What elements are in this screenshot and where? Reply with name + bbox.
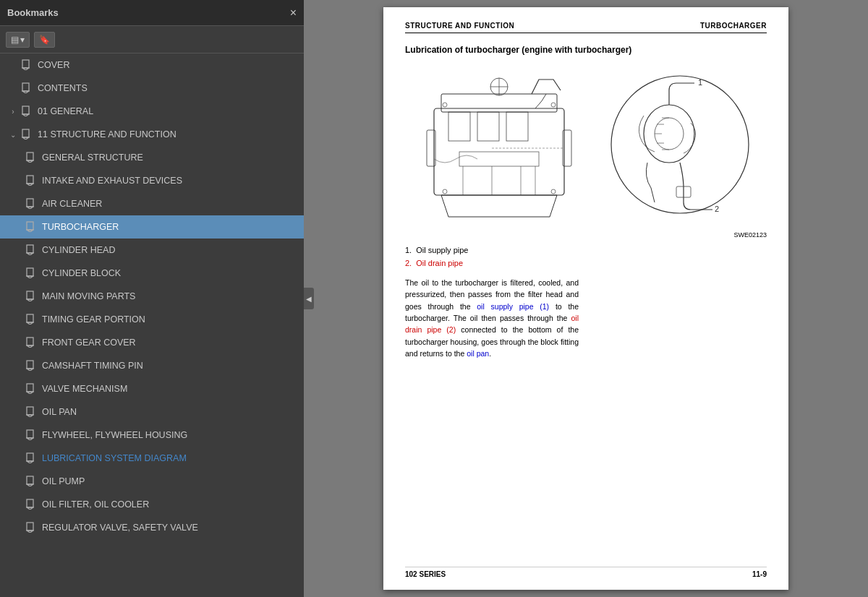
svg-marker-1 [22, 68, 29, 70]
bookmark-button[interactable]: 🔖 [34, 32, 55, 48]
bookmark-flag-oil-pan [26, 406, 36, 418]
document-page: STRUCTURE AND FUNCTION TURBOCHARGER Lubr… [383, 7, 788, 590]
bookmark-flag-turbocharger [26, 221, 36, 233]
svg-rect-8 [27, 153, 33, 160]
chevron-down-icon: ▾ [20, 35, 25, 45]
sidebar-item-camshaft[interactable]: CAMSHAFT TIMING PIN [0, 354, 304, 377]
bookmark-flag-air-cleaner [26, 198, 36, 210]
sidebar-item-general-structure[interactable]: GENERAL STRUCTURE [0, 146, 304, 169]
grid-icon: ▤ [11, 35, 19, 45]
svg-rect-0 [22, 60, 29, 68]
sidebar-item-valve-mechanism[interactable]: VALVE MECHANISM [0, 377, 304, 400]
sidebar-item-cylinder-block[interactable]: CYLINDER BLOCK [0, 262, 304, 285]
svg-rect-36 [27, 476, 33, 484]
sidebar-item-air-cleaner[interactable]: AIR CLEANER [0, 192, 304, 215]
bookmark-flag-main-moving [26, 291, 36, 302]
item-label-cylinder-block: CYLINDER BLOCK [42, 268, 121, 278]
svg-rect-2 [22, 83, 29, 91]
svg-marker-29 [27, 392, 33, 394]
sidebar-item-intake-exhaust[interactable]: INTAKE AND EXHAUST DEVICES [0, 169, 304, 192]
svg-rect-45 [477, 112, 499, 141]
item-label-oil-pump: OIL PUMP [42, 476, 85, 486]
item-label-air-cleaner: AIR CLEANER [42, 199, 102, 209]
svg-point-52 [551, 189, 556, 194]
svg-rect-10 [27, 176, 33, 184]
header-left: STRUCTURE AND FUNCTION [405, 22, 514, 30]
svg-marker-21 [27, 299, 33, 301]
captions-description: 1. Oil supply pipe 2. Oil drain pipe The… [405, 244, 579, 359]
expand-arrow-11-structure: ⌄ [7, 129, 19, 140]
sidebar-item-contents[interactable]: CONTENTS [0, 77, 304, 100]
item-label-lubrication: LUBRICATION SYSTEM DIAGRAM [42, 453, 187, 463]
caption-2: 2. Oil drain pipe [405, 257, 579, 270]
collapse-sidebar-button[interactable]: ◀ [304, 288, 314, 309]
svg-rect-12 [27, 199, 33, 207]
svg-rect-40 [27, 523, 33, 531]
content-wrapper: 1. Oil supply pipe 2. Oil drain pipe The… [405, 244, 767, 359]
sidebar-item-timing-gear[interactable]: TIMING GEAR PORTION [0, 308, 304, 331]
bookmark-flag-general-structure [26, 152, 36, 163]
item-label-front-gear: FRONT GEAR COVER [42, 338, 136, 348]
sidebar-toolbar: ▤ ▾ 🔖 [0, 26, 304, 53]
svg-rect-22 [27, 314, 33, 322]
sidebar-item-regulator-valve[interactable]: REGULATOR VALVE, SAFETY VALVE [0, 516, 304, 539]
svg-rect-18 [27, 268, 33, 276]
svg-rect-38 [27, 499, 33, 507]
sidebar-close-button[interactable]: × [290, 7, 297, 20]
bookmark-flag-oil-filter [26, 499, 36, 510]
bookmark-flag-oil-pump [26, 476, 36, 487]
svg-point-50 [551, 103, 556, 107]
svg-marker-9 [27, 160, 33, 163]
svg-marker-35 [27, 461, 33, 463]
svg-text:2: 2 [715, 205, 719, 213]
sidebar-item-oil-filter[interactable]: OIL FILTER, OIL COOLER [0, 493, 304, 516]
bookmark-flag-valve-mechanism [26, 383, 36, 395]
svg-marker-41 [27, 531, 33, 533]
expand-arrow-01-general: › [7, 106, 19, 117]
svg-text:1: 1 [698, 78, 702, 87]
sidebar-item-11-structure[interactable]: ⌄ 11 STRUCTURE AND FUNCTION [0, 123, 304, 146]
sidebar-item-front-gear[interactable]: FRONT GEAR COVER [0, 331, 304, 354]
svg-marker-15 [27, 230, 33, 232]
svg-rect-4 [22, 106, 29, 114]
sidebar-item-turbocharger[interactable]: TURBOCHARGER [0, 215, 304, 239]
sidebar-item-flywheel[interactable]: FLYWHEEL, FLYWHEEL HOUSING [0, 424, 304, 447]
svg-rect-14 [27, 222, 33, 230]
svg-rect-20 [27, 291, 33, 299]
bookmark-list[interactable]: COVER CONTENTS› 01 GENERAL⌄ 11 STRUCTURE… [0, 53, 304, 597]
view-options-button[interactable]: ▤ ▾ [6, 32, 30, 48]
sidebar-item-lubrication[interactable]: LUBRICATION SYSTEM DIAGRAM [0, 447, 304, 470]
item-label-main-moving: MAIN MOVING PARTS [42, 291, 135, 301]
svg-marker-31 [27, 415, 33, 417]
svg-rect-26 [27, 361, 33, 369]
svg-point-58 [644, 105, 694, 163]
sidebar-title: Bookmarks [7, 7, 59, 18]
sidebar: Bookmarks × ▤ ▾ 🔖 COVER CONTENTS› 01 GEN… [0, 0, 304, 597]
bookmark-flag-timing-gear [26, 314, 36, 325]
spacer-cover [7, 59, 19, 71]
footer-page: 11-9 [752, 570, 767, 578]
item-label-camshaft: CAMSHAFT TIMING PIN [42, 361, 143, 371]
bookmark-flag-cylinder-block [26, 267, 36, 279]
bookmark-flag-lubrication [26, 452, 36, 464]
bookmark-flag-cover [22, 59, 32, 71]
sidebar-item-cylinder-head[interactable]: CYLINDER HEAD [0, 239, 304, 262]
item-label-regulator-valve: REGULATOR VALVE, SAFETY VALVE [42, 523, 198, 533]
sidebar-item-oil-pan[interactable]: OIL PAN [0, 400, 304, 424]
svg-rect-16 [27, 245, 33, 253]
sidebar-item-cover[interactable]: COVER [0, 53, 304, 77]
sidebar-item-01-general[interactable]: › 01 GENERAL [0, 100, 304, 123]
figure-code: SWE02123 [405, 231, 767, 239]
description-text: The oil to the turbocharger is filtered,… [405, 277, 579, 359]
svg-rect-44 [448, 112, 470, 141]
svg-marker-25 [27, 345, 33, 348]
svg-rect-28 [27, 384, 33, 392]
bookmark-flag-flywheel [26, 429, 36, 441]
item-label-general-structure: GENERAL STRUCTURE [42, 153, 143, 163]
bookmark-flag-01-general [22, 106, 32, 117]
sidebar-item-main-moving[interactable]: MAIN MOVING PARTS [0, 285, 304, 308]
svg-marker-3 [22, 91, 29, 93]
bookmark-icon: 🔖 [39, 35, 50, 45]
sidebar-item-oil-pump[interactable]: OIL PUMP [0, 470, 304, 493]
svg-marker-13 [27, 207, 33, 209]
